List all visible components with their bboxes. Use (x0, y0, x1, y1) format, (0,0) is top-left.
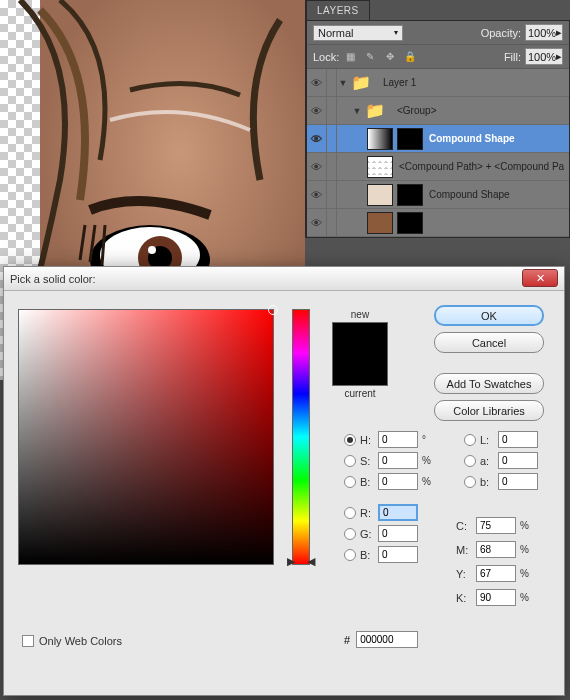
c-label: C: (456, 520, 474, 532)
l-input[interactable] (498, 431, 538, 448)
layer-label: <Compound Path> + <Compound Pa (395, 161, 564, 172)
svg-point-5 (148, 246, 156, 254)
l-radio[interactable] (464, 434, 476, 446)
mask-thumbnail[interactable] (397, 212, 423, 234)
r-input[interactable] (378, 504, 418, 521)
dialog-title: Pick a solid color: (10, 273, 96, 285)
layer-item[interactable]: 👁 Compound Shape (307, 181, 569, 209)
close-icon: ✕ (536, 272, 545, 285)
layer-item[interactable]: 👁 <Compound Path> + <Compound Pa (307, 153, 569, 181)
lock-all-icon[interactable]: 🔒 (403, 50, 417, 64)
b-hsb-label: B: (360, 476, 376, 488)
mask-thumbnail[interactable] (397, 128, 423, 150)
m-input[interactable] (476, 541, 516, 558)
rgb-b-label: B: (360, 549, 376, 561)
g-input[interactable] (378, 525, 418, 542)
k-label: K: (456, 592, 474, 604)
chevron-down-icon: ▾ (394, 28, 398, 37)
visibility-toggle[interactable]: 👁 (307, 97, 327, 124)
layer-list: 👁 ▼ 📁 Layer 1 👁 ▼ 📁 <Group> 👁 Compound S… (307, 69, 569, 237)
disclosure-triangle[interactable]: ▼ (337, 78, 349, 88)
lock-label: Lock: (313, 51, 339, 63)
layer-thumbnail[interactable] (367, 212, 393, 234)
new-label: new (332, 309, 388, 320)
b-hsb-input[interactable] (378, 473, 418, 490)
visibility-toggle[interactable]: 👁 (307, 69, 327, 96)
current-label: current (332, 388, 388, 399)
layer-label: Layer 1 (379, 77, 416, 88)
dialog-titlebar[interactable]: Pick a solid color: ✕ (4, 267, 564, 291)
color-libraries-button[interactable]: Color Libraries (434, 400, 544, 421)
lock-position-icon[interactable]: ✥ (383, 50, 397, 64)
rgb-b-radio[interactable] (344, 549, 356, 561)
color-picker-dialog: Pick a solid color: ✕ ▶◀ new current OK … (3, 266, 565, 696)
hex-label: # (344, 634, 350, 646)
lock-icons-group: ▦ ✎ ✥ 🔒 (343, 50, 417, 64)
opacity-label: Opacity: (481, 27, 521, 39)
y-input[interactable] (476, 565, 516, 582)
k-input[interactable] (476, 589, 516, 606)
a-input[interactable] (498, 452, 538, 469)
fill-label: Fill: (504, 51, 521, 63)
layers-panel: LAYERS Normal ▾ Opacity: 100%▸ Lock: ▦ ✎… (305, 0, 570, 238)
color-cursor (268, 305, 278, 315)
ok-button[interactable]: OK (434, 305, 544, 326)
visibility-toggle[interactable]: 👁 (307, 125, 327, 152)
g-label: G: (360, 528, 376, 540)
visibility-toggle[interactable]: 👁 (307, 181, 327, 208)
h-input[interactable] (378, 431, 418, 448)
fill-field[interactable]: 100%▸ (525, 48, 563, 65)
chevron-right-icon: ▸ (556, 50, 562, 63)
color-field[interactable] (18, 309, 274, 565)
r-label: R: (360, 507, 376, 519)
rgb-b-input[interactable] (378, 546, 418, 563)
layer-item[interactable]: 👁 ▼ 📁 Layer 1 (307, 69, 569, 97)
blend-mode-value: Normal (318, 27, 353, 39)
folder-icon: 📁 (365, 100, 391, 122)
chevron-right-icon: ▸ (556, 26, 562, 39)
g-radio[interactable] (344, 528, 356, 540)
color-preview (332, 322, 388, 386)
b-radio[interactable] (344, 476, 356, 488)
layer-thumbnail[interactable] (367, 128, 393, 150)
a-radio[interactable] (464, 455, 476, 467)
layer-label: Compound Shape (425, 189, 510, 200)
folder-icon: 📁 (351, 72, 377, 94)
layer-item[interactable]: 👁 ▼ 📁 <Group> (307, 97, 569, 125)
y-label: Y: (456, 568, 474, 580)
c-input[interactable] (476, 517, 516, 534)
layer-item-selected[interactable]: 👁 Compound Shape (307, 125, 569, 153)
lab-b-radio[interactable] (464, 476, 476, 488)
visibility-toggle[interactable]: 👁 (307, 153, 327, 180)
web-colors-label: Only Web Colors (39, 635, 122, 647)
add-to-swatches-button[interactable]: Add To Swatches (434, 373, 544, 394)
lab-b-input[interactable] (498, 473, 538, 490)
disclosure-triangle[interactable]: ▼ (351, 106, 363, 116)
hue-slider[interactable]: ▶◀ (292, 309, 310, 565)
opacity-field[interactable]: 100%▸ (525, 24, 563, 41)
hex-input[interactable] (356, 631, 418, 648)
cancel-button[interactable]: Cancel (434, 332, 544, 353)
lock-paint-icon[interactable]: ✎ (363, 50, 377, 64)
layers-tab[interactable]: LAYERS (306, 0, 370, 20)
layer-label: <Group> (393, 105, 436, 116)
l-label: L: (480, 434, 496, 446)
a-label: a: (480, 455, 496, 467)
visibility-toggle[interactable]: 👁 (307, 209, 327, 236)
lock-transparency-icon[interactable]: ▦ (343, 50, 357, 64)
s-input[interactable] (378, 452, 418, 469)
layer-label: Compound Shape (425, 133, 515, 144)
mask-thumbnail[interactable] (397, 184, 423, 206)
close-button[interactable]: ✕ (522, 269, 558, 287)
h-label: H: (360, 434, 376, 446)
lab-b-label: b: (480, 476, 496, 488)
web-colors-checkbox[interactable] (22, 635, 34, 647)
h-radio[interactable] (344, 434, 356, 446)
layer-thumbnail[interactable] (367, 156, 393, 178)
layer-thumbnail[interactable] (367, 184, 393, 206)
blend-mode-dropdown[interactable]: Normal ▾ (313, 25, 403, 41)
s-radio[interactable] (344, 455, 356, 467)
m-label: M: (456, 544, 474, 556)
layer-item[interactable]: 👁 (307, 209, 569, 237)
r-radio[interactable] (344, 507, 356, 519)
